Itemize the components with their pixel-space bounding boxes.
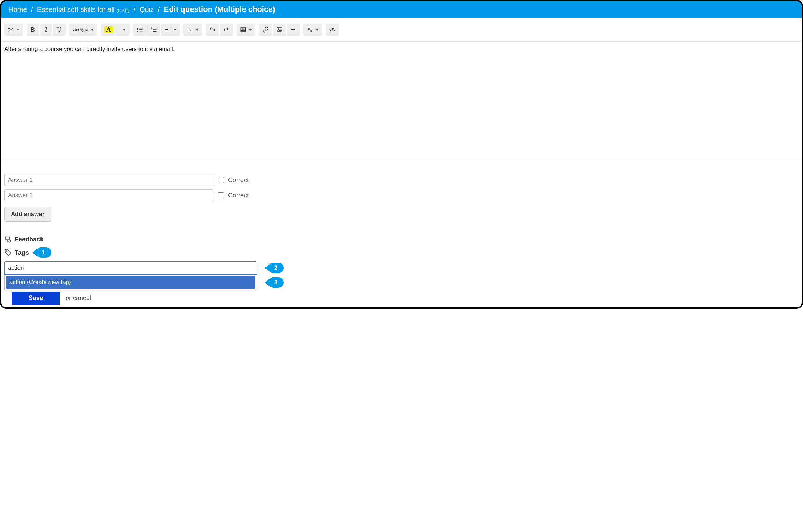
svg-rect-12: [165, 28, 170, 28]
tag-icon: [4, 249, 12, 256]
ol-icon: 123: [151, 27, 157, 33]
hr-button[interactable]: [287, 24, 300, 36]
breadcrumb-quiz[interactable]: Quiz: [140, 6, 154, 13]
svg-rect-7: [153, 28, 157, 28]
svg-point-0: [137, 28, 138, 29]
wand-icon: [8, 27, 14, 33]
text-color-caret-button[interactable]: [117, 24, 130, 36]
text-color-button[interactable]: A: [101, 24, 117, 36]
answer-row: Correct: [4, 189, 799, 201]
question-editor[interactable]: After sharing a course you can directly …: [1, 42, 802, 160]
redo-icon: [223, 27, 230, 33]
link-button[interactable]: [259, 24, 272, 36]
breadcrumb-course[interactable]: Essential soft skills for all: [37, 6, 114, 13]
settings-button[interactable]: [303, 24, 322, 36]
breadcrumb-course-code: (ES01): [117, 8, 129, 13]
svg-rect-18: [277, 28, 282, 32]
correct-label: Correct: [228, 177, 249, 184]
answer-correct-checkbox-2[interactable]: [218, 192, 224, 198]
breadcrumb-current: Edit question (Multiple choice): [164, 5, 275, 14]
font-select-button[interactable]: Georgia: [69, 24, 97, 36]
tag-dropdown: action (Create new tag): [4, 275, 257, 290]
align-button[interactable]: [161, 24, 180, 36]
image-button[interactable]: [273, 24, 286, 36]
link-icon: [262, 27, 269, 33]
code-icon: [329, 27, 336, 33]
svg-text:3: 3: [151, 31, 152, 33]
answers-section: Correct Correct Add answer: [1, 160, 802, 222]
svg-rect-1: [139, 28, 143, 29]
underline-button[interactable]: U: [53, 24, 66, 36]
unordered-list-button[interactable]: [133, 24, 147, 36]
gears-icon: [307, 27, 313, 33]
correct-label: Correct: [228, 192, 249, 199]
table-button[interactable]: [237, 24, 255, 36]
code-view-button[interactable]: [326, 24, 339, 36]
feedback-section-header[interactable]: Feedback: [1, 222, 802, 243]
svg-rect-9: [153, 29, 157, 30]
table-icon: [240, 27, 246, 33]
svg-point-2: [137, 29, 138, 30]
answer-correct-checkbox-1[interactable]: [218, 177, 224, 183]
speech-bubble-icon: [4, 235, 12, 243]
callout-3: 3: [268, 277, 284, 288]
callout-2: 2: [268, 263, 284, 273]
cancel-link[interactable]: cancel: [73, 294, 91, 301]
cancel-text: or cancel: [66, 294, 91, 302]
tags-section-header[interactable]: Tags 1: [1, 243, 802, 258]
answer-row: Correct: [4, 174, 799, 186]
paragraph-style-button[interactable]: TI: [183, 24, 202, 36]
image-icon: [276, 27, 283, 33]
svg-rect-14: [165, 31, 170, 31]
save-button[interactable]: Save: [12, 292, 60, 305]
undo-button[interactable]: [206, 24, 219, 36]
minus-icon: [290, 27, 297, 33]
add-answer-button[interactable]: Add answer: [4, 207, 51, 222]
svg-point-4: [137, 31, 138, 32]
paragraph-icon: TI: [187, 27, 193, 33]
magic-wand-button[interactable]: [4, 24, 23, 36]
tag-input[interactable]: [4, 261, 257, 275]
ul-icon: [137, 27, 143, 33]
callout-1: 1: [36, 247, 51, 258]
bold-button[interactable]: B: [27, 24, 39, 36]
svg-rect-3: [139, 29, 143, 30]
redo-button[interactable]: [220, 24, 233, 36]
svg-rect-17: [241, 28, 246, 32]
editor-toolbar: B I U Georgia A 123 TI: [1, 18, 802, 41]
svg-rect-11: [153, 31, 157, 32]
answer-input-2[interactable]: [4, 189, 213, 201]
svg-text:I: I: [190, 29, 192, 32]
feedback-label: Feedback: [15, 236, 44, 243]
italic-button[interactable]: I: [40, 24, 52, 36]
svg-rect-5: [139, 31, 143, 32]
breadcrumb-home[interactable]: Home: [8, 6, 27, 13]
tags-label: Tags: [15, 249, 29, 256]
svg-rect-13: [165, 29, 168, 30]
answer-input-1[interactable]: [4, 174, 213, 186]
breadcrumb: Home / Essential soft skills for all (ES…: [1, 1, 802, 18]
tag-option-create[interactable]: action (Create new tag): [6, 276, 255, 289]
undo-icon: [209, 27, 216, 33]
font-label: Georgia: [73, 27, 88, 32]
svg-point-23: [6, 251, 7, 252]
ordered-list-button[interactable]: 123: [147, 24, 160, 36]
align-icon: [165, 27, 171, 33]
